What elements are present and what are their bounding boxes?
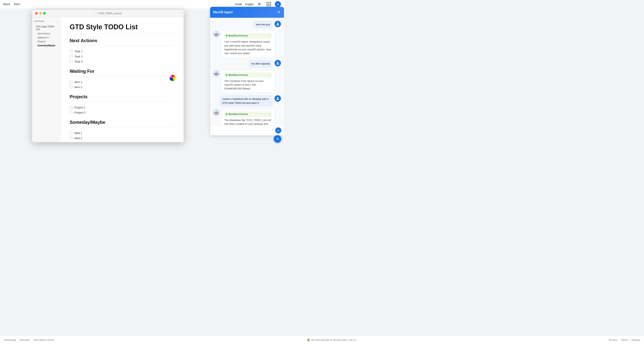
sidebar-outline-heading: OUTLINE [34, 20, 58, 22]
agent-text-1: I am a macOS Agent, designed to assist y… [224, 40, 272, 55]
waiting-label-2: Item 2 [74, 85, 82, 89]
workflow-label-1: Workflow Process [228, 34, 248, 37]
user-message-3: create a markdown file on desktop with a… [220, 95, 272, 107]
project-label-2: Project 2 [74, 111, 86, 114]
section-divider-3 [70, 102, 174, 102]
task-label-1: Task 1 [74, 50, 82, 53]
agent-avatar-2: 🤖 [213, 70, 220, 77]
char-count: 0 [272, 129, 274, 132]
user-message-1: who are you [253, 21, 272, 28]
project-checkbox-1[interactable] [70, 106, 72, 109]
section-title-projects: Projects [70, 94, 174, 99]
window-title: 📄 GTD_TODO_List.md [94, 12, 122, 15]
macos-editor-window: 📄 GTD_TODO_List.md OUTLINE GTD Style TOD… [32, 10, 184, 142]
waiting-checkbox-1[interactable] [70, 81, 72, 83]
workflow-label-2: Workflow Process [228, 73, 248, 77]
agent-message-1: Workflow Process › I am a macOS Agent, d… [222, 31, 274, 57]
section-divider-2 [70, 76, 174, 76]
maximize-traffic-light[interactable] [43, 12, 46, 14]
window-filename: GTD_TODO_List.md [99, 12, 122, 15]
nav-gmail[interactable]: Gmail [235, 3, 242, 6]
nav-images[interactable]: Images [245, 3, 254, 6]
message-row-user-3: create a markdown file on desktop with a… [213, 95, 281, 107]
floating-close-button[interactable]: ✕ [274, 135, 281, 143]
task-label-2: Task 2 [74, 55, 82, 58]
user-message-2: my disk capacity [248, 60, 272, 67]
task-checkbox-1[interactable] [70, 50, 72, 53]
someday-checkbox-2[interactable] [70, 137, 72, 140]
agent-text-2: The Container Free Space on your macOS s… [224, 79, 272, 91]
user-avatar-1 [274, 21, 281, 27]
message-row-agent-3: 🤖 Workflow Process › The Markdown file "… [213, 109, 281, 125]
send-icon: ➤ [277, 129, 280, 132]
window-sidebar: OUTLINE GTD Style TODO List Next Actions… [32, 17, 60, 142]
task-item: Task 3 [70, 59, 174, 64]
someday-item: Idea 1 [70, 130, 174, 136]
user-avatar[interactable]: ai [275, 1, 281, 7]
window-main-content: GTD Style TODO List Next Actions Task 1 … [60, 17, 184, 142]
chat-input-field[interactable] [213, 129, 271, 132]
section-title-someday: Someday/Maybe [70, 120, 174, 125]
section-divider-1 [70, 45, 174, 46]
message-row-agent-2: 🤖 Workflow Process › The Container Free … [213, 70, 281, 93]
task-item: Task 1 [70, 49, 174, 54]
workflow-badge-inner-3: Workflow Process [226, 112, 248, 116]
sidebar-item-someday[interactable]: Someday/Maybe [34, 44, 58, 47]
top-nav-right: Gmail Images ⚗️ ai [235, 1, 281, 7]
section-title-next-actions: Next Actions [70, 38, 174, 43]
agent-avatar-3: 🤖 [213, 109, 220, 116]
sidebar-item-next-actions[interactable]: Next Actions [34, 32, 58, 35]
chevron-right-icon-2: › [269, 73, 270, 77]
nav-store[interactable]: Store [14, 3, 20, 6]
apps-grid-button[interactable] [266, 1, 272, 7]
color-picker-button[interactable] [169, 74, 176, 81]
close-traffic-light[interactable] [35, 12, 38, 14]
green-dot-1 [226, 35, 227, 36]
chat-title: MacOS Agent [213, 10, 233, 14]
minimize-traffic-light[interactable] [39, 12, 42, 14]
flask-button[interactable]: ⚗️ [257, 1, 263, 7]
someday-label-1: Idea 1 [74, 131, 82, 135]
project-checkbox-2[interactable] [70, 111, 72, 114]
next-actions-list: Task 1 Task 2 Task 3 [70, 49, 174, 64]
task-checkbox-2[interactable] [70, 55, 72, 58]
project-item: Project 2 [70, 110, 174, 115]
sidebar-item-projects[interactable]: Projects [34, 40, 58, 43]
workflow-badge-2[interactable]: Workflow Process › [224, 72, 272, 78]
section-title-waiting-for: Waiting For [70, 69, 174, 74]
chat-panel: MacOS Agent ↺ who are you 🤖 Workflow Pro… [210, 7, 284, 135]
chat-header: MacOS Agent ↺ [210, 7, 284, 18]
message-row-user-2: my disk capacity [213, 60, 281, 67]
doc-title: GTD Style TODO List [70, 23, 174, 33]
project-label-1: Project 1 [74, 106, 86, 109]
user-avatar-3 [274, 95, 281, 102]
message-row-user-1: who are you [213, 21, 281, 28]
workflow-badge-3[interactable]: Workflow Process › [224, 112, 272, 117]
sidebar-item-gtd-title[interactable]: GTD Style TODO List [34, 24, 58, 31]
chat-refresh-button[interactable]: ↺ [276, 9, 281, 15]
agent-message-3: Workflow Process › The Markdown file "GT… [222, 109, 274, 125]
grid-icon [266, 2, 271, 6]
message-row-agent-1: 🤖 Workflow Process › I am a macOS Agent,… [213, 31, 281, 57]
window-body: OUTLINE GTD Style TODO List Next Actions… [32, 17, 184, 142]
workflow-badge-1[interactable]: Workflow Process › [224, 33, 272, 38]
agent-text-3: The Markdown file "GTD_TODO_List.md" has… [224, 118, 272, 125]
green-dot-3 [226, 113, 227, 115]
waiting-checkbox-2[interactable] [70, 86, 72, 88]
user-avatar-2 [274, 60, 281, 66]
flask-icon: ⚗️ [258, 2, 262, 6]
someday-checkbox-1[interactable] [70, 132, 72, 134]
send-button[interactable]: ➤ [275, 127, 281, 134]
top-nav-left: About Store [3, 3, 20, 6]
close-icon: ✕ [276, 137, 279, 141]
nav-about[interactable]: About [3, 3, 10, 6]
chevron-right-icon-3: › [269, 112, 270, 116]
traffic-lights [35, 12, 46, 14]
chat-messages-area: who are you 🤖 Workflow Process › I am a … [210, 18, 284, 125]
someday-list: Idea 1 Idea 2 [70, 130, 174, 141]
waiting-item: Item 2 [70, 84, 174, 90]
sidebar-item-waiting-for[interactable]: Waiting For [34, 36, 58, 39]
agent-avatar-1: 🤖 [213, 31, 220, 37]
someday-label-2: Idea 2 [74, 137, 82, 140]
task-checkbox-3[interactable] [70, 60, 72, 63]
